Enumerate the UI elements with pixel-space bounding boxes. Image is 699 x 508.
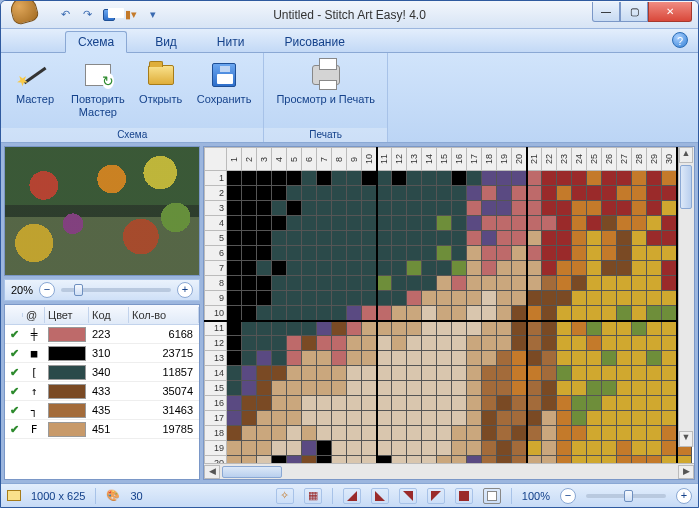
preview-zoom-thumb[interactable] bbox=[74, 284, 83, 296]
left-panel: 20% − + @ Цвет Код Кол-во ✔╪2236168✔■310… bbox=[4, 146, 200, 480]
tab-threads[interactable]: Нити bbox=[205, 32, 257, 52]
row-code: 433 bbox=[89, 385, 129, 397]
stitch-empty-button[interactable] bbox=[483, 488, 501, 504]
stitch-tr-button[interactable] bbox=[371, 488, 389, 504]
row-check[interactable]: ✔ bbox=[5, 347, 23, 360]
preview-zoom-value: 20% bbox=[11, 284, 33, 296]
row-symbol: ╪ bbox=[23, 328, 45, 341]
palette-icon: 🎨 bbox=[106, 489, 120, 503]
row-count: 23715 bbox=[129, 347, 199, 359]
redo-button[interactable]: ↷ bbox=[77, 5, 97, 25]
preview-zoom-in[interactable]: + bbox=[177, 282, 193, 298]
status-zoom-slider[interactable] bbox=[586, 494, 666, 498]
preview-panel[interactable] bbox=[4, 146, 200, 276]
v-scroll-thumb[interactable] bbox=[680, 165, 692, 209]
vertical-scrollbar[interactable]: ▲ ▼ bbox=[678, 147, 694, 447]
open-button[interactable]: Открыть bbox=[135, 57, 187, 128]
row-check[interactable]: ✔ bbox=[5, 404, 23, 417]
row-count: 19785 bbox=[129, 423, 199, 435]
floppy-icon bbox=[212, 63, 236, 87]
row-symbol: ┐ bbox=[23, 404, 45, 417]
preview-zoom-out[interactable]: − bbox=[39, 282, 55, 298]
row-check[interactable]: ✔ bbox=[5, 385, 23, 398]
print-label: Просмотр и Печать bbox=[276, 93, 375, 106]
qat-button-4[interactable]: ▮▾ bbox=[121, 5, 141, 25]
row-count: 6168 bbox=[129, 328, 199, 340]
status-zoom-in[interactable]: + bbox=[676, 488, 692, 504]
row-symbol: ↑ bbox=[23, 385, 45, 398]
close-button[interactable]: ✕ bbox=[648, 2, 692, 22]
col-code[interactable]: Код bbox=[89, 307, 129, 323]
table-row[interactable]: ✔F45119785 bbox=[5, 420, 199, 439]
minimize-button[interactable]: — bbox=[592, 2, 620, 22]
save-icon bbox=[103, 9, 115, 21]
save-button[interactable]: Сохранить bbox=[193, 57, 256, 128]
table-row[interactable]: ✔↑43335074 bbox=[5, 382, 199, 401]
open-label: Открыть bbox=[139, 93, 182, 106]
h-scroll-thumb[interactable] bbox=[222, 466, 282, 478]
row-check[interactable]: ✔ bbox=[5, 328, 23, 341]
table-row[interactable]: ✔■31023715 bbox=[5, 344, 199, 363]
repeat-wizard-button[interactable]: Повторить Мастер bbox=[67, 57, 129, 128]
grid-viewport[interactable]: 1234567891011121314151617181920212223242… bbox=[204, 147, 694, 463]
table-row[interactable]: ✔┐43531463 bbox=[5, 401, 199, 420]
select-grid-button[interactable]: ▦ bbox=[304, 488, 322, 504]
help-button[interactable]: ? bbox=[672, 32, 688, 48]
horizontal-scrollbar[interactable]: ◀ ▶ bbox=[204, 463, 694, 479]
row-swatch bbox=[45, 365, 89, 380]
row-check[interactable]: ✔ bbox=[5, 366, 23, 379]
stitch-bl-button[interactable] bbox=[399, 488, 417, 504]
row-swatch bbox=[45, 327, 89, 342]
customize-qat-button[interactable]: ▾ bbox=[143, 5, 163, 25]
col-count[interactable]: Кол-во bbox=[129, 307, 199, 323]
wizard-label: Мастер bbox=[16, 93, 54, 106]
app-menu-button[interactable] bbox=[11, 0, 45, 31]
thread-table-header: @ Цвет Код Кол-во bbox=[5, 305, 199, 325]
row-count: 35074 bbox=[129, 385, 199, 397]
scroll-right-arrow[interactable]: ▶ bbox=[678, 465, 694, 479]
ribbon-group-print: Просмотр и Печать Печать bbox=[264, 53, 388, 142]
tab-view[interactable]: Вид bbox=[143, 32, 189, 52]
print-preview-button[interactable]: Просмотр и Печать bbox=[272, 57, 379, 128]
maximize-button[interactable]: ▢ bbox=[620, 2, 648, 22]
canvas-panel: 1234567891011121314151617181920212223242… bbox=[203, 146, 695, 480]
wizard-button[interactable]: Мастер bbox=[9, 57, 61, 128]
quick-access-toolbar: ↶ ↷ ▮▾ ▾ bbox=[55, 5, 163, 25]
status-size: 1000 x 625 bbox=[31, 490, 85, 502]
status-zoom-out[interactable]: − bbox=[560, 488, 576, 504]
stitch-tl-button[interactable] bbox=[343, 488, 361, 504]
row-count: 31463 bbox=[129, 404, 199, 416]
scroll-down-arrow[interactable]: ▼ bbox=[679, 431, 693, 447]
scroll-up-arrow[interactable]: ▲ bbox=[679, 147, 693, 163]
preview-zoom-slider[interactable] bbox=[61, 288, 171, 292]
tab-scheme[interactable]: Схема bbox=[65, 31, 127, 53]
save-qat-button[interactable] bbox=[99, 5, 119, 25]
titlebar: ↶ ↷ ▮▾ ▾ Untitled - Stitch Art Easy! 4.0… bbox=[1, 1, 698, 29]
stitch-br-button[interactable] bbox=[427, 488, 445, 504]
row-swatch bbox=[45, 422, 89, 437]
col-at[interactable]: @ bbox=[23, 307, 45, 323]
stitch-grid[interactable]: 1234567891011121314151617181920212223242… bbox=[204, 147, 692, 463]
save-label: Сохранить bbox=[197, 93, 252, 106]
ribbon: Мастер Повторить Мастер Открыть Сохранит… bbox=[1, 53, 698, 143]
scroll-left-arrow[interactable]: ◀ bbox=[204, 465, 220, 479]
undo-button[interactable]: ↶ bbox=[55, 5, 75, 25]
main-area: 20% − + @ Цвет Код Кол-во ✔╪2236168✔■310… bbox=[1, 143, 698, 483]
col-check[interactable] bbox=[5, 313, 23, 317]
row-symbol: ■ bbox=[23, 347, 45, 360]
tab-drawing[interactable]: Рисование bbox=[272, 32, 356, 52]
col-color[interactable]: Цвет bbox=[45, 307, 89, 323]
row-code: 223 bbox=[89, 328, 129, 340]
row-count: 11857 bbox=[129, 366, 199, 378]
preview-zoom-bar: 20% − + bbox=[4, 279, 200, 301]
preview-image bbox=[5, 147, 199, 275]
app-window: ↶ ↷ ▮▾ ▾ Untitled - Stitch Art Easy! 4.0… bbox=[0, 0, 699, 508]
status-zoom-thumb[interactable] bbox=[624, 490, 633, 502]
row-code: 310 bbox=[89, 347, 129, 359]
status-bar: 1000 x 625 🎨 30 ✧ ▦ 100% − + bbox=[1, 483, 698, 507]
stitch-full-button[interactable] bbox=[455, 488, 473, 504]
select-crosshair-button[interactable]: ✧ bbox=[276, 488, 294, 504]
table-row[interactable]: ✔╪2236168 bbox=[5, 325, 199, 344]
table-row[interactable]: ✔[34011857 bbox=[5, 363, 199, 382]
row-check[interactable]: ✔ bbox=[5, 423, 23, 436]
